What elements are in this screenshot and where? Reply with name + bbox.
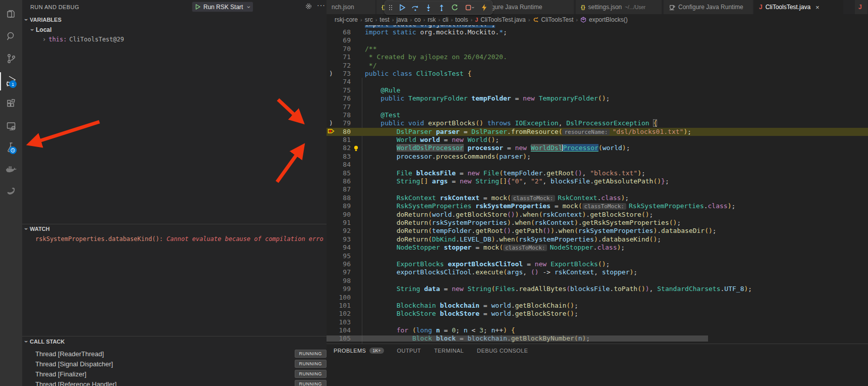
code-line[interactable]: 86 String[] args = new String[]{"0", "2"…	[327, 177, 868, 185]
tab-java-stub[interactable]: J	[855, 0, 868, 14]
breakpoint-gutter[interactable]	[327, 302, 336, 310]
hot-code-replace-icon[interactable]	[478, 2, 490, 13]
breakpoint-gutter[interactable]	[327, 277, 336, 285]
code-line[interactable]: 100	[327, 294, 868, 302]
line-number[interactable]: 96	[336, 260, 351, 268]
horizontal-scrollbar[interactable]	[327, 335, 708, 342]
breakpoint-gutter[interactable]	[327, 94, 336, 103]
current-execution-marker-icon[interactable]	[327, 128, 336, 136]
code-line[interactable]: 82 WorldDslProcessor processor = new Wor…	[327, 144, 868, 152]
call-stack-thread[interactable]: Thread [ReaderThread] RUNNING	[35, 349, 327, 359]
code-line[interactable]: 96 ExportBlocks exportBlocksCliTool = ne…	[327, 260, 868, 268]
line-number[interactable]: 88	[336, 194, 351, 202]
panel-tab-debug-console[interactable]: DEBUG CONSOLE	[477, 348, 528, 354]
docker-icon[interactable]	[0, 160, 22, 180]
breakpoint-gutter[interactable]	[327, 310, 336, 318]
code-line[interactable]: 93 doReturn(DbKind.LEVEL_DB).when(rskSys…	[327, 235, 868, 244]
breadcrumb-item[interactable]: co	[414, 16, 421, 23]
fold-marker-icon[interactable]: )	[327, 70, 336, 78]
code-line[interactable]: 74	[327, 78, 868, 86]
source-control-icon[interactable]	[0, 49, 22, 69]
line-number[interactable]: 92	[336, 227, 351, 235]
tab-launch-json[interactable]: nch.json	[327, 0, 376, 14]
panel-tab-problems[interactable]: PROBLEMS 1K+	[334, 348, 384, 354]
line-number[interactable]: 68	[336, 28, 351, 36]
code-line[interactable]: 104 for (long n = 0; n < 3; n++) {	[327, 326, 868, 334]
code-line[interactable]: 69	[327, 36, 868, 44]
lightbulb-icon[interactable]	[351, 144, 361, 152]
breadcrumb-item[interactable]: src	[365, 16, 373, 23]
line-number[interactable]: 70	[336, 45, 351, 53]
breakpoint-gutter[interactable]	[327, 169, 336, 177]
panel-tab-terminal[interactable]: TERMINAL	[434, 348, 464, 354]
breakpoint-gutter[interactable]	[327, 111, 336, 119]
code-editor[interactable]: import static org.junit.Assert.*;68impor…	[327, 25, 868, 344]
line-number[interactable]: 99	[336, 285, 351, 293]
line-number[interactable]: 73	[336, 70, 351, 78]
code-line[interactable]: 102 BlockStore blockStore = world.getBlo…	[327, 310, 868, 318]
call-stack-section-header[interactable]: › CALL STACK	[25, 339, 65, 345]
watch-expression[interactable]: rskSystemProperties.databaseKind(): Cann…	[35, 235, 324, 243]
breakpoint-gutter[interactable]	[327, 252, 336, 260]
continue-icon[interactable]	[396, 2, 408, 13]
fold-marker-icon[interactable]: )	[327, 119, 336, 127]
breakpoint-gutter[interactable]	[327, 219, 336, 227]
variables-section-header[interactable]: › VARIABLES	[25, 17, 62, 23]
breakpoint-gutter[interactable]	[327, 318, 336, 326]
line-number[interactable]: 81	[336, 136, 351, 144]
call-stack-thread[interactable]: Thread [Finalizer] RUNNING	[35, 369, 327, 379]
call-stack-thread[interactable]: Thread [Reference Handler] RUNNING	[35, 379, 327, 386]
breakpoint-gutter[interactable]	[327, 136, 336, 144]
code-line[interactable]: 80 DslParser parser = DslParser.fromReso…	[327, 128, 868, 136]
breakpoint-gutter[interactable]	[327, 268, 336, 276]
breakpoint-gutter[interactable]	[327, 244, 336, 252]
explorer-icon[interactable]	[0, 4, 22, 24]
code-line[interactable]: 87	[327, 185, 868, 194]
breakpoint-gutter[interactable]	[327, 62, 336, 70]
line-number[interactable]: 85	[336, 169, 351, 177]
breakpoint-gutter[interactable]	[327, 103, 336, 111]
breakpoint-gutter[interactable]	[327, 153, 336, 161]
breakpoint-gutter[interactable]	[327, 235, 336, 244]
code-line[interactable]: 84	[327, 161, 868, 169]
step-out-icon[interactable]	[436, 2, 448, 13]
testing-icon[interactable]	[0, 137, 22, 158]
tab-configure-java-runtime-partial[interactable]: igure Java Runtime	[485, 0, 574, 14]
run-and-debug-icon[interactable]: 1	[0, 71, 22, 91]
line-number[interactable]: 94	[336, 244, 351, 252]
line-number[interactable]: 104	[336, 326, 351, 334]
line-number[interactable]: 101	[336, 302, 351, 310]
gradle-icon[interactable]	[0, 181, 22, 201]
code-line[interactable]: )73public class CliToolsTest {	[327, 70, 868, 78]
line-number[interactable]: 74	[336, 78, 351, 86]
line-number[interactable]: 79	[336, 119, 351, 127]
gear-icon[interactable]	[305, 3, 312, 12]
breakpoint-gutter[interactable]	[327, 144, 336, 152]
search-icon[interactable]	[0, 26, 22, 46]
line-number[interactable]: 71	[336, 53, 351, 61]
code-line[interactable]: 95	[327, 252, 868, 260]
code-line[interactable]: 97 exportBlocksCliTool.execute(args, () …	[327, 268, 868, 276]
line-number[interactable]: 89	[336, 202, 351, 210]
breakpoint-gutter[interactable]	[327, 53, 336, 61]
code-line[interactable]: 71 * Created by ajlopez on 26/04/2020.	[327, 53, 868, 61]
breakpoint-gutter[interactable]	[327, 294, 336, 302]
breakpoint-gutter[interactable]	[327, 202, 336, 210]
line-number[interactable]: 76	[336, 94, 351, 103]
line-number[interactable]: 84	[336, 161, 351, 169]
line-number[interactable]: 83	[336, 153, 351, 161]
code-line[interactable]: 85 File blocksFile = new File(tempFolder…	[327, 169, 868, 177]
code-line[interactable]: 78 @Test	[327, 111, 868, 119]
code-line[interactable]: 72 */	[327, 62, 868, 70]
line-number[interactable]: 97	[336, 268, 351, 276]
breakpoint-gutter[interactable]	[327, 211, 336, 219]
breadcrumb-class[interactable]: CliToolsTest	[541, 16, 573, 23]
breakpoint-gutter[interactable]	[327, 177, 336, 185]
line-number[interactable]: 103	[336, 318, 351, 326]
breakpoint-gutter[interactable]	[327, 285, 336, 293]
step-into-icon[interactable]	[422, 2, 435, 13]
line-number[interactable]: 80	[336, 128, 351, 136]
code-line[interactable]: )79 public void exportBlocks() throws IO…	[327, 119, 868, 127]
code-line[interactable]: 75 @Rule	[327, 86, 868, 94]
code-line[interactable]: 103	[327, 318, 868, 326]
